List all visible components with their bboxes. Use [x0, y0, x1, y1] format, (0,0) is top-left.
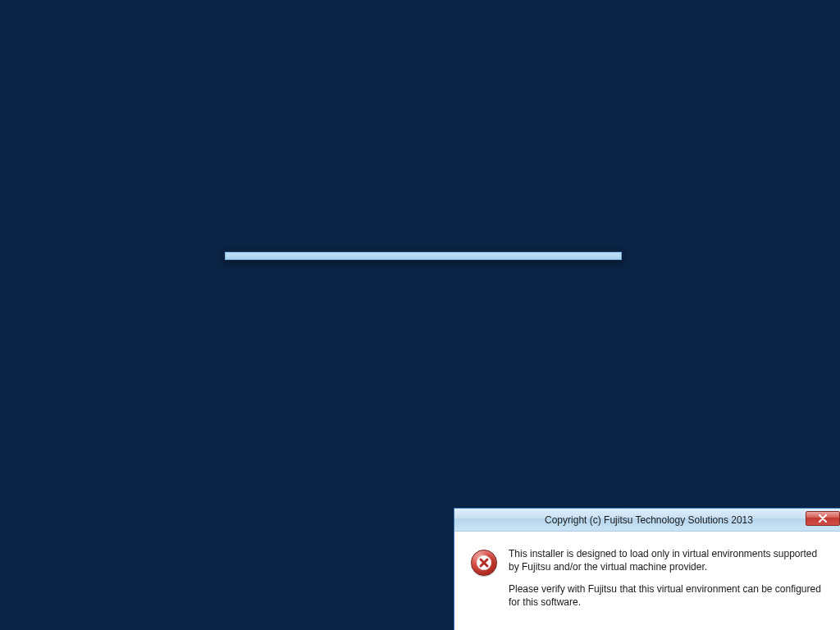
x-icon [477, 556, 491, 569]
titlebar[interactable]: Copyright (c) Fujitsu Technology Solutio… [454, 509, 840, 532]
message-text: This installer is designed to load only … [509, 548, 824, 609]
close-icon [818, 514, 828, 523]
dialog-inner: Copyright (c) Fujitsu Technology Solutio… [454, 508, 840, 630]
message-paragraph-2: Please verify with Fujitsu that this vir… [509, 583, 824, 609]
close-button[interactable] [806, 511, 840, 526]
error-icon-container [471, 548, 497, 609]
error-icon [471, 550, 497, 576]
dialog-title: Copyright (c) Fujitsu Technology Solutio… [545, 514, 753, 526]
message-paragraph-1: This installer is designed to load only … [509, 548, 824, 573]
dialog-window: Copyright (c) Fujitsu Technology Solutio… [225, 252, 622, 260]
dialog-body: This installer is designed to load only … [454, 532, 840, 630]
